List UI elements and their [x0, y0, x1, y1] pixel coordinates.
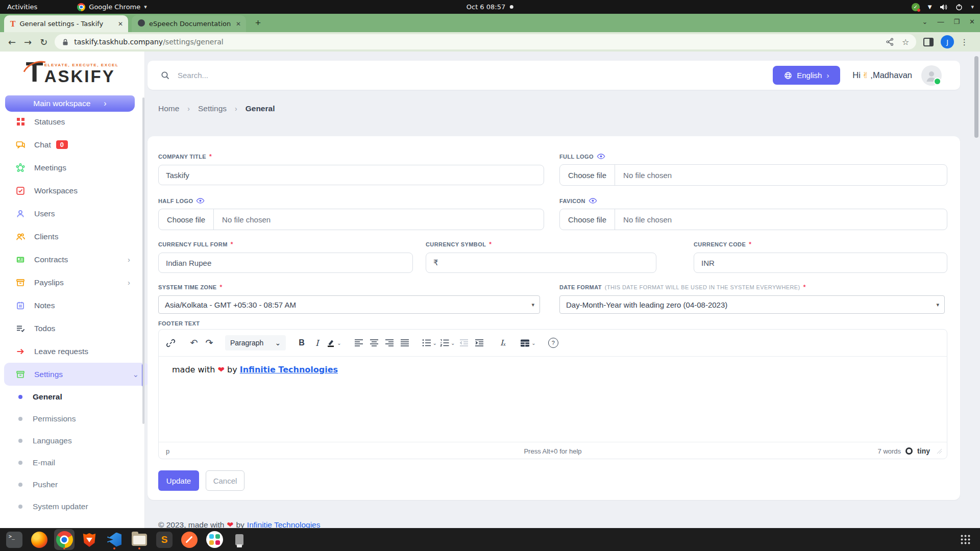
sidebar-item-payslips[interactable]: Payslips › [0, 271, 144, 294]
language-button[interactable]: English › [773, 66, 840, 85]
side-panel-icon[interactable] [923, 38, 934, 46]
postman-app-icon[interactable] [179, 529, 200, 550]
system-tray[interactable]: ✓ ▼ ▾ [912, 3, 974, 11]
terminal-app-icon[interactable]: >_ [4, 529, 24, 550]
sidebar-item-contracts[interactable]: Contracts › [0, 248, 144, 271]
updater-tray-icon[interactable]: ✓ [912, 3, 920, 11]
favicon-file-input[interactable]: Choose file No file chosen [559, 209, 947, 230]
power-icon[interactable] [955, 4, 963, 11]
choose-file-button[interactable]: Choose file [560, 165, 615, 185]
network-tray-icon[interactable]: ▼ [928, 4, 932, 10]
eye-icon[interactable] [196, 197, 205, 204]
currency-symbol-input[interactable] [426, 253, 656, 273]
resize-grip-icon[interactable] [937, 448, 942, 454]
align-center-button[interactable] [366, 334, 382, 352]
sublime-text-app-icon[interactable] [154, 529, 175, 550]
table-button[interactable]: ⌄ [519, 334, 537, 352]
new-tab-button[interactable]: + [255, 18, 261, 28]
search-bar[interactable] [161, 70, 773, 80]
update-button[interactable]: Update [158, 470, 199, 491]
clock[interactable]: Oct 6 08:57 [467, 3, 513, 11]
forward-button[interactable]: → [24, 37, 32, 47]
app-grid-icon[interactable] [960, 534, 971, 545]
numbered-list-button[interactable]: ⌄ [438, 334, 456, 352]
system-time-zone-select[interactable]: Asia/Kolkata - GMT +05:30 - 08:57 AM ▾ [158, 295, 540, 314]
sidebar-item-notes[interactable]: Notes [0, 294, 144, 317]
help-button[interactable]: ? [546, 334, 561, 352]
brave-app-icon[interactable] [79, 529, 100, 550]
eye-icon[interactable] [597, 153, 605, 160]
back-button[interactable]: ← [8, 37, 16, 47]
currency-code-input[interactable] [694, 253, 947, 273]
files-app-icon[interactable] [129, 529, 150, 550]
minimize-icon[interactable]: — [937, 18, 944, 26]
browser-menu-icon[interactable]: ⋮ [960, 37, 968, 47]
window-chevron-icon[interactable]: ⌄ [922, 18, 928, 26]
eye-icon[interactable] [589, 197, 597, 204]
activities-button[interactable]: Activities [7, 3, 37, 11]
align-justify-button[interactable] [397, 334, 412, 352]
sidebar-item-leave-requests[interactable]: Leave requests [0, 340, 144, 363]
breadcrumb-home[interactable]: Home [158, 104, 179, 113]
sidebar-item-settings[interactable]: Settings ⌄ [4, 363, 149, 386]
sidebar-item-meetings[interactable]: Meetings [0, 156, 144, 179]
close-tab-icon[interactable]: ✕ [236, 20, 241, 28]
close-icon[interactable]: ✕ [969, 18, 975, 26]
undo-button[interactable]: ↶ [186, 334, 202, 352]
sidebar-item-todos[interactable]: Todos [0, 317, 144, 340]
usb-drive-icon[interactable] [229, 529, 250, 550]
sidebar-subitem-system-updater[interactable]: System updater [0, 495, 144, 517]
bullet-list-button[interactable]: ⌄ [421, 334, 438, 352]
sidebar-subitem-pusher[interactable]: Pusher [0, 473, 144, 495]
redo-button[interactable]: ↷ [202, 334, 217, 352]
currency-full-form-input[interactable] [158, 253, 413, 273]
align-left-button[interactable] [351, 334, 366, 352]
outdent-button[interactable] [456, 334, 472, 352]
volume-icon[interactable] [940, 4, 947, 11]
sidebar-subitem-permissions[interactable]: Permissions [0, 408, 144, 430]
sidebar-item-statuses[interactable]: Statuses [0, 110, 144, 133]
link-button[interactable] [163, 334, 178, 352]
sidebar-subitem-general[interactable]: General [0, 386, 144, 408]
sidebar-item-workspaces[interactable]: Workspaces [0, 179, 144, 202]
editor-content[interactable]: made with ❤ by Infinitie Technologies [159, 357, 947, 442]
vscode-app-icon[interactable] [104, 529, 125, 550]
sidebar-item-users[interactable]: Users [0, 202, 144, 225]
slack-app-icon[interactable] [204, 529, 225, 550]
browser-profile-avatar[interactable]: J [941, 35, 954, 48]
close-tab-icon[interactable]: ✕ [118, 20, 123, 28]
share-icon[interactable] [886, 38, 894, 46]
bookmark-star-icon[interactable]: ☆ [902, 37, 909, 47]
tab-general-settings[interactable]: T General settings - Taskify ✕ [4, 15, 128, 32]
sidebar-subitem-languages[interactable]: Languages [0, 430, 144, 452]
full-logo-file-input[interactable]: Choose file No file chosen [559, 164, 947, 186]
main-workspace-button[interactable]: Main workspace › [5, 95, 135, 112]
address-bar[interactable]: taskify.taskhub.company/settings/general… [55, 34, 916, 49]
firefox-app-icon[interactable] [29, 529, 50, 550]
choose-file-button[interactable]: Choose file [560, 209, 615, 230]
italic-button[interactable] [309, 334, 325, 352]
sidebar-item-clients[interactable]: Clients [0, 225, 144, 248]
indent-button[interactable] [472, 334, 487, 352]
cancel-button[interactable]: Cancel [206, 470, 244, 491]
chrome-app-icon[interactable] [54, 529, 75, 550]
sidebar-item-chat[interactable]: Chat 0 [0, 133, 144, 156]
user-avatar[interactable] [921, 65, 942, 86]
date-format-select[interactable]: Day-Month-Year with leading zero (04-08-… [559, 295, 945, 314]
clear-formatting-button[interactable] [495, 334, 510, 352]
reload-button[interactable]: ↻ [40, 37, 47, 47]
page-scrollbar[interactable] [974, 56, 978, 138]
paragraph-style-dropdown[interactable]: Paragraph ⌄ [225, 335, 286, 350]
app-menu[interactable]: Google Chrome ▾ [77, 3, 147, 11]
restore-icon[interactable]: ❐ [953, 18, 960, 26]
align-right-button[interactable] [382, 334, 397, 352]
element-path[interactable]: p [166, 447, 169, 455]
editor-content-link[interactable]: Infinitie Technologies [240, 365, 338, 374]
search-input[interactable] [177, 70, 393, 80]
company-title-input[interactable] [158, 165, 544, 185]
tinymce-brand[interactable]: tiny [917, 447, 930, 455]
sidebar-subitem-email[interactable]: E-mail [0, 452, 144, 473]
half-logo-file-input[interactable]: Choose file No file chosen [158, 209, 544, 230]
breadcrumb-settings[interactable]: Settings [198, 104, 227, 113]
choose-file-button[interactable]: Choose file [159, 209, 214, 230]
